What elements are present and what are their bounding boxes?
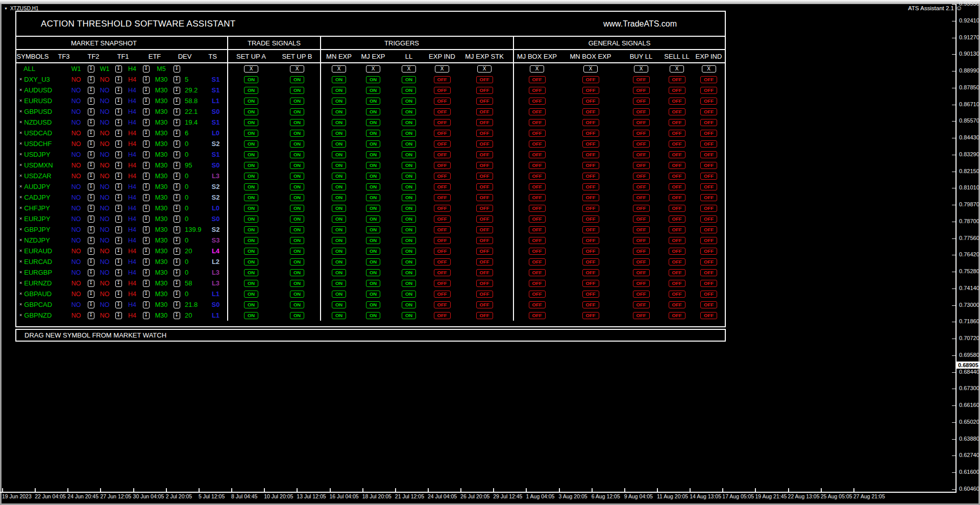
exp-ind-general-toggle-button[interactable]: OFF [700,108,717,115]
timeframe-dropdown-icon[interactable]: ↧ [174,301,180,308]
mj-exp-toggle-button[interactable]: ON [366,119,380,126]
mj-exp-toggle-button[interactable]: ON [366,194,380,201]
timeframe-dropdown-icon[interactable]: ↧ [174,173,180,180]
mn-exp-toggle-button[interactable]: ON [332,237,346,244]
mj-exp-toggle-button[interactable]: ON [366,173,380,180]
setup-a-toggle-button[interactable]: ON [244,248,258,255]
ll-toggle-button[interactable]: ON [402,291,416,298]
setup-b-toggle-button[interactable]: ON [290,130,304,137]
mj-exp-stk-toggle-button[interactable]: OFF [476,312,493,319]
timeframe-dropdown-icon[interactable]: ↧ [115,87,122,94]
mn-box-exp-toggle-button[interactable]: OFF [582,269,599,276]
mj-exp-toggle-button[interactable]: ON [366,205,380,212]
exp-ind-toggle-button[interactable]: OFF [434,194,451,201]
timeframe-dropdown-icon[interactable]: ↧ [115,205,122,212]
exp-ind-general-toggle-button[interactable]: OFF [700,162,717,169]
timeframe-dropdown-icon[interactable]: ↧ [88,98,94,105]
timeframe-dropdown-icon[interactable]: ↧ [88,65,94,73]
exp-ind-general-toggle-button[interactable]: OFF [700,76,717,83]
mn-exp-toggle-button[interactable]: ON [332,291,346,298]
timeframe-dropdown-icon[interactable]: ↧ [174,205,180,212]
buy-ll-toggle-button[interactable]: OFF [633,98,650,105]
remove-symbol-icon[interactable]: × [19,259,22,264]
timeframe-dropdown-icon[interactable]: ↧ [143,248,150,255]
mn-exp-toggle-button[interactable]: ON [332,173,346,180]
exp-ind-general-toggle-button[interactable]: OFF [700,194,717,201]
ll-toggle-button[interactable]: ON [402,98,416,105]
timeframe-dropdown-icon[interactable]: ↧ [115,301,122,308]
mn-exp-toggle-button[interactable]: ON [332,248,346,255]
exp-ind-toggle-button[interactable]: OFF [434,312,451,319]
mn-exp-toggle-button[interactable]: ON [332,194,346,201]
mj-exp-toggle-button[interactable]: ON [366,183,380,190]
mj-exp-toggle-button[interactable]: ON [366,301,380,308]
mj-exp-stk-toggle-button[interactable]: OFF [476,269,493,276]
mn-box-exp-toggle-button[interactable]: OFF [582,108,599,115]
setup-a-toggle-button[interactable]: ON [244,183,258,190]
timeframe-dropdown-icon[interactable]: ↧ [143,194,150,201]
ll-toggle-button[interactable]: ON [402,237,416,244]
exp-ind-general-toggle-button[interactable]: OFF [700,87,717,94]
mj-box-exp-toggle-button[interactable]: OFF [529,248,546,255]
exp-ind-general-toggle-button[interactable]: OFF [700,258,717,266]
mj-exp-stk-toggle-button[interactable]: OFF [476,194,493,201]
mn-exp-toggle-button[interactable]: X [332,65,346,73]
mj-exp-stk-toggle-button[interactable]: OFF [476,205,493,212]
buy-ll-toggle-button[interactable]: OFF [633,226,650,233]
timeframe-dropdown-icon[interactable]: ↧ [115,258,122,266]
timeframe-dropdown-icon[interactable]: ↧ [88,87,94,94]
timeframe-dropdown-icon[interactable]: ↧ [88,183,94,190]
mj-box-exp-toggle-button[interactable]: OFF [529,162,546,169]
mj-box-exp-toggle-button[interactable]: OFF [529,108,546,115]
setup-a-toggle-button[interactable]: ON [244,301,258,308]
exp-ind-toggle-button[interactable]: OFF [434,248,451,255]
timeframe-dropdown-icon[interactable]: ↧ [115,140,122,148]
buy-ll-toggle-button[interactable]: OFF [633,248,650,255]
setup-a-toggle-button[interactable]: ON [244,140,258,148]
timeframe-dropdown-icon[interactable]: ↧ [115,312,122,319]
timeframe-dropdown-icon[interactable]: ↧ [143,183,150,190]
exp-ind-general-toggle-button[interactable]: OFF [700,173,717,180]
mn-box-exp-toggle-button[interactable]: OFF [582,173,599,180]
remove-symbol-icon[interactable]: × [19,270,22,275]
mj-box-exp-toggle-button[interactable]: X [530,65,544,73]
collapse-triangle-icon[interactable]: ▼ [4,7,8,10]
exp-ind-general-toggle-button[interactable]: X [702,65,716,73]
exp-ind-toggle-button[interactable]: OFF [434,87,451,94]
timeframe-dropdown-icon[interactable]: ↧ [143,237,150,244]
mj-box-exp-toggle-button[interactable]: OFF [529,76,546,83]
mn-box-exp-toggle-button[interactable]: OFF [582,237,599,244]
timeframe-dropdown-icon[interactable]: ↧ [174,291,180,298]
exp-ind-general-toggle-button[interactable]: OFF [700,312,717,319]
timeframe-dropdown-icon[interactable]: ↧ [143,173,150,180]
mj-exp-stk-toggle-button[interactable]: OFF [476,248,493,255]
sell-ll-toggle-button[interactable]: OFF [669,226,685,233]
timeframe-dropdown-icon[interactable]: ↧ [143,98,150,105]
mn-exp-toggle-button[interactable]: ON [332,312,346,319]
mj-box-exp-toggle-button[interactable]: OFF [529,98,546,105]
timeframe-dropdown-icon[interactable]: ↧ [88,108,94,115]
exp-ind-toggle-button[interactable]: OFF [434,183,451,190]
sell-ll-toggle-button[interactable]: OFF [669,119,685,126]
sell-ll-toggle-button[interactable]: OFF [669,301,685,308]
mj-exp-toggle-button[interactable]: ON [366,162,380,169]
mn-box-exp-toggle-button[interactable]: OFF [582,205,599,212]
exp-ind-toggle-button[interactable]: OFF [434,280,451,287]
buy-ll-toggle-button[interactable]: OFF [633,194,650,201]
mn-exp-toggle-button[interactable]: ON [332,301,346,308]
timeframe-dropdown-icon[interactable]: ↧ [174,280,180,287]
exp-ind-toggle-button[interactable]: OFF [434,301,451,308]
mj-box-exp-toggle-button[interactable]: OFF [529,280,546,287]
timeframe-dropdown-icon[interactable]: ↧ [143,291,150,298]
setup-b-toggle-button[interactable]: ON [290,87,304,94]
mn-box-exp-toggle-button[interactable]: OFF [582,226,599,233]
setup-a-toggle-button[interactable]: ON [244,280,258,287]
timeframe-dropdown-icon[interactable]: ↧ [174,130,180,137]
mj-exp-toggle-button[interactable]: ON [366,98,380,105]
timeframe-dropdown-icon[interactable]: ↧ [88,140,94,148]
timeframe-dropdown-icon[interactable]: ↧ [88,119,94,126]
timeframe-dropdown-icon[interactable]: ↧ [115,76,122,83]
exp-ind-general-toggle-button[interactable]: OFF [700,140,717,148]
mj-exp-stk-toggle-button[interactable]: OFF [476,98,493,105]
remove-symbol-icon[interactable]: × [19,238,22,243]
